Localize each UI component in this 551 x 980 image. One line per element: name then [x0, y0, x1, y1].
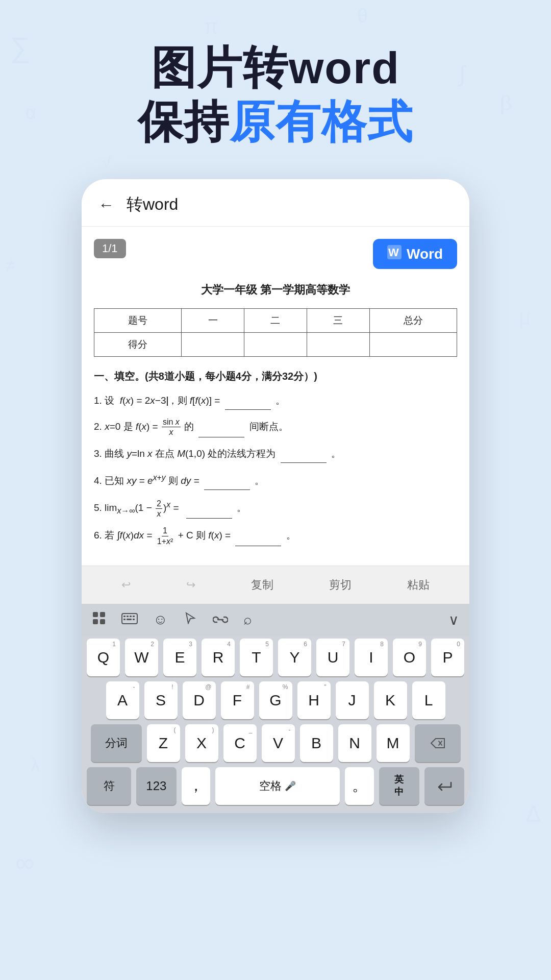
key-i[interactable]: 8I: [355, 639, 388, 676]
edit-toolbar: ↩ ↪ 复制 剪切 粘贴: [82, 566, 469, 604]
period-key[interactable]: 。: [345, 767, 374, 805]
table-row-label: 得分: [94, 332, 182, 356]
question-1: 1. 设 f(x) = 2x−3，则 f[f(x)] = 。: [94, 391, 457, 410]
hero-line1: 图片转word: [31, 41, 520, 95]
word-icon: W: [387, 245, 402, 263]
keyboard-area: ☺ ⌕ ∨: [82, 604, 469, 813]
hero-line2: 保持原有格式: [31, 95, 520, 149]
delete-key[interactable]: [415, 724, 461, 762]
svg-marker-14: [186, 613, 194, 623]
hero-section: 图片转word 保持原有格式: [0, 0, 551, 169]
svg-rect-10: [133, 616, 135, 617]
score-table: 题号 一 二 三 总分 得分: [94, 308, 457, 357]
kb-keyboard-icon[interactable]: [121, 611, 138, 628]
key-t[interactable]: 5T: [240, 639, 273, 676]
question-4: 4. 已知 xy = ex+y 则 dy = 。: [94, 470, 457, 490]
segmentation-key[interactable]: 分词: [91, 724, 142, 762]
key-row-1: 1Q 2W 3E 4R 5T 6Y 7U 8I 9O 0P: [82, 636, 469, 679]
table-header-4: 总分: [369, 308, 457, 332]
key-h[interactable]: "H: [297, 681, 331, 719]
key-d[interactable]: @D: [183, 681, 216, 719]
kb-emoji-icon[interactable]: ☺: [153, 611, 168, 628]
enter-key[interactable]: [424, 767, 464, 805]
key-y[interactable]: 6Y: [278, 639, 311, 676]
key-e[interactable]: 3E: [163, 639, 196, 676]
cut-button[interactable]: 剪切: [323, 575, 358, 595]
table-cell-3: [307, 332, 369, 356]
svg-rect-11: [123, 619, 126, 620]
table-header-2: 二: [244, 308, 307, 332]
number-key[interactable]: 123: [136, 767, 176, 805]
key-p[interactable]: 0P: [431, 639, 464, 676]
svg-rect-8: [127, 616, 129, 617]
app-title: 转word: [127, 193, 178, 216]
back-button[interactable]: ←: [98, 195, 114, 214]
kb-search-icon[interactable]: ⌕: [243, 611, 252, 628]
key-c[interactable]: _C: [223, 724, 257, 762]
key-r[interactable]: 4R: [202, 639, 235, 676]
kb-cursor-icon[interactable]: [183, 611, 197, 628]
key-v[interactable]: -V: [262, 724, 295, 762]
key-x[interactable]: )X: [185, 724, 218, 762]
symbol-key[interactable]: 符: [87, 767, 131, 805]
page-badge: 1/1: [94, 239, 126, 258]
key-a[interactable]: -A: [106, 681, 139, 719]
svg-rect-2: [93, 612, 98, 617]
svg-text:W: W: [388, 246, 399, 259]
key-g[interactable]: %G: [259, 681, 292, 719]
document-content: 大学一年级 第一学期高等数学 题号 一 二 三 总分 得分: [94, 239, 457, 546]
table-cell-4: [369, 332, 457, 356]
redo-button[interactable]: ↪: [180, 576, 202, 594]
svg-rect-3: [100, 612, 105, 617]
key-b[interactable]: B: [300, 724, 333, 762]
key-row-2: -A !S @D #F %G "H J K L: [82, 679, 469, 722]
space-key[interactable]: 空格 🎤: [215, 767, 340, 805]
question-6: 6. 若 ∫f(x)dx = 11+x² + C 则 f(x) = 。: [94, 526, 457, 546]
question-2: 2. x=0 是 f(x) = sin xx 的 间断点。: [94, 417, 457, 437]
key-row-bottom: 符 123 ， 空格 🎤 。 英中: [82, 765, 469, 813]
key-q[interactable]: 1Q: [87, 639, 120, 676]
table-header-3: 三: [307, 308, 369, 332]
kb-link-icon[interactable]: [213, 611, 228, 628]
language-key[interactable]: 英中: [379, 767, 419, 805]
hero-line2-prefix: 保持: [138, 96, 230, 147]
keyboard-toolbar-icons: ☺ ⌕: [92, 611, 252, 629]
key-f[interactable]: #F: [221, 681, 254, 719]
copy-button[interactable]: 复制: [245, 575, 280, 595]
key-m[interactable]: M: [377, 724, 410, 762]
paste-button[interactable]: 粘贴: [401, 575, 436, 595]
svg-rect-4: [93, 619, 98, 624]
key-k[interactable]: K: [374, 681, 407, 719]
content-wrapper: 图片转word 保持原有格式 ← 转word 1/1 W Word: [0, 0, 551, 813]
question-3: 3. 曲线 y=ln x 在点 M(1,0) 处的法线方程为 。: [94, 445, 457, 463]
svg-rect-9: [130, 616, 132, 617]
key-j[interactable]: J: [336, 681, 369, 719]
comma-key[interactable]: ，: [182, 767, 211, 805]
space-label: 空格: [259, 778, 282, 794]
table-cell-1: [182, 332, 244, 356]
key-l[interactable]: L: [412, 681, 445, 719]
kb-grid-icon[interactable]: [92, 611, 106, 629]
svg-rect-5: [100, 619, 105, 624]
word-button[interactable]: W Word: [373, 239, 457, 269]
section-title: 一、填空。(共8道小题，每小题4分，满分32分）): [94, 367, 457, 385]
key-o[interactable]: 9O: [393, 639, 426, 676]
mic-icon: 🎤: [285, 780, 296, 792]
table-header-1: 一: [182, 308, 244, 332]
key-row-3: 分词 (Z )X _C -V B N M: [82, 722, 469, 765]
hero-line2-blue: 原有格式: [230, 96, 413, 147]
key-u[interactable]: 7U: [316, 639, 349, 676]
question-5: 5. limx→∞(1 − 2x)x = 。: [94, 497, 457, 519]
table-header-0: 题号: [94, 308, 182, 332]
undo-button[interactable]: ↩: [115, 576, 137, 594]
key-s[interactable]: !S: [144, 681, 178, 719]
phone-mockup: ← 转word 1/1 W Word 大学一年级 第一学期高等数学: [82, 179, 469, 813]
key-n[interactable]: N: [338, 724, 371, 762]
keyboard-toolbar: ☺ ⌕ ∨: [82, 604, 469, 636]
key-z[interactable]: (Z: [147, 724, 180, 762]
kb-collapse-icon[interactable]: ∨: [448, 611, 459, 628]
svg-rect-7: [123, 616, 126, 617]
key-w[interactable]: 2W: [125, 639, 158, 676]
document-title: 大学一年级 第一学期高等数学: [94, 280, 457, 300]
svg-rect-13: [133, 619, 135, 620]
